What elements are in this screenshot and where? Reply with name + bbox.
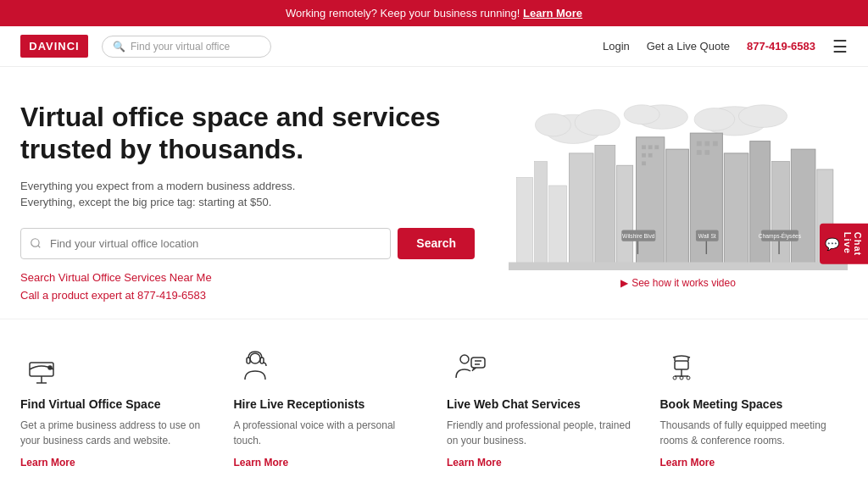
svg-rect-9 bbox=[534, 161, 547, 266]
svg-point-2 bbox=[535, 114, 570, 136]
headset-icon bbox=[234, 345, 276, 387]
svg-point-4 bbox=[738, 105, 787, 128]
svg-rect-22 bbox=[642, 145, 646, 149]
banner-link[interactable]: Learn More bbox=[523, 7, 582, 19]
header-nav: Login Get a Live Quote 877-419-6583 ☰ bbox=[603, 36, 848, 57]
hero-title: Virtual office space and services truste… bbox=[20, 101, 475, 166]
svg-point-5 bbox=[694, 108, 735, 131]
hero-subtitle-line2: Everything, except the big price tag: st… bbox=[20, 196, 271, 208]
svg-text:Wilshire Blvd: Wilshire Blvd bbox=[622, 233, 655, 239]
service-desc-2: Friendly and professional people, traine… bbox=[447, 418, 635, 448]
svg-rect-51 bbox=[471, 358, 485, 368]
chat-icon bbox=[447, 345, 489, 387]
live-chat-label: LiveChat bbox=[843, 232, 863, 256]
svg-text:Champs-Élysées: Champs-Élysées bbox=[759, 232, 802, 240]
svg-rect-13 bbox=[617, 165, 633, 266]
services-section: Find Virtual Office Space Get a prime bu… bbox=[0, 319, 868, 488]
svg-rect-11 bbox=[569, 153, 593, 266]
service-desc-0: Get a prime business address to use on y… bbox=[20, 418, 209, 448]
play-icon: ▶ bbox=[620, 277, 628, 289]
hero-links: Search Virtual Office Services Near Me C… bbox=[20, 271, 475, 302]
svg-point-47 bbox=[250, 353, 260, 363]
svg-rect-31 bbox=[697, 150, 702, 155]
svg-rect-48 bbox=[247, 358, 250, 363]
svg-rect-15 bbox=[666, 149, 689, 266]
video-link-label: See how it works video bbox=[632, 277, 736, 289]
mailbox-icon bbox=[20, 345, 63, 387]
svg-rect-27 bbox=[642, 161, 646, 165]
service-title-3: Book Meeting Spaces bbox=[660, 397, 849, 411]
svg-rect-10 bbox=[549, 186, 567, 266]
search-icon: 🔍 bbox=[113, 41, 125, 53]
svg-point-50 bbox=[460, 355, 469, 363]
service-link-2[interactable]: Learn More bbox=[447, 457, 502, 469]
login-link[interactable]: Login bbox=[603, 40, 630, 53]
header-search-bar[interactable]: 🔍 Find your virtual office bbox=[102, 36, 271, 58]
phone-number[interactable]: 877-419-6583 bbox=[747, 40, 815, 53]
svg-point-1 bbox=[575, 109, 620, 135]
svg-rect-8 bbox=[517, 177, 533, 266]
svg-rect-12 bbox=[595, 145, 615, 266]
call-expert-link[interactable]: Call a product expert at 877-419-6583 bbox=[20, 289, 475, 302]
service-webchat: Live Web Chat Services Friendly and prof… bbox=[447, 345, 635, 469]
svg-rect-20 bbox=[791, 149, 815, 266]
svg-rect-26 bbox=[648, 153, 653, 158]
hero-subtitle-line1: Everything you expect from a modern busi… bbox=[20, 180, 295, 192]
search-nearby-link[interactable]: Search Virtual Office Services Near Me bbox=[20, 271, 475, 284]
svg-rect-28 bbox=[697, 141, 702, 147]
header: DAVINCI 🔍 Find your virtual office Login… bbox=[0, 26, 868, 67]
hero-subtitle: Everything you expect from a modern busi… bbox=[20, 178, 475, 211]
svg-rect-32 bbox=[704, 150, 709, 155]
hero-left: Virtual office space and services truste… bbox=[20, 101, 492, 302]
svg-rect-54 bbox=[675, 361, 688, 369]
svg-rect-25 bbox=[642, 153, 646, 158]
service-link-1[interactable]: Learn More bbox=[234, 457, 289, 469]
city-svg: Wilshire Blvd Wall St Champs-Élysées bbox=[509, 101, 848, 270]
service-desc-3: Thousands of fully equipped meeting room… bbox=[660, 418, 849, 448]
svg-rect-17 bbox=[724, 153, 748, 266]
svg-point-7 bbox=[624, 105, 659, 125]
city-illustration: Wilshire Blvd Wall St Champs-Élysées bbox=[509, 101, 848, 270]
service-virtual-office: Find Virtual Office Space Get a prime bu… bbox=[20, 345, 209, 469]
logo[interactable]: DAVINCI bbox=[20, 35, 88, 58]
hero-search-input[interactable] bbox=[20, 228, 391, 259]
svg-rect-30 bbox=[713, 141, 718, 147]
service-meeting: Book Meeting Spaces Thousands of fully e… bbox=[660, 345, 849, 469]
svg-rect-19 bbox=[771, 161, 789, 266]
svg-rect-24 bbox=[654, 145, 659, 149]
live-chat-button[interactable]: 💬 LiveChat bbox=[820, 224, 868, 264]
svg-text:Wall St: Wall St bbox=[698, 233, 716, 239]
svg-rect-23 bbox=[648, 145, 653, 149]
quote-link[interactable]: Get a Live Quote bbox=[647, 40, 730, 53]
service-title-1: Hire Live Receptionists bbox=[234, 397, 422, 411]
search-button[interactable]: Search bbox=[398, 228, 475, 259]
hero-section: Virtual office space and services truste… bbox=[0, 67, 868, 319]
header-search-placeholder: Find your virtual office bbox=[131, 41, 230, 53]
service-link-0[interactable]: Learn More bbox=[20, 457, 75, 469]
chat-bubble-icon: 💬 bbox=[825, 237, 839, 251]
hamburger-menu-icon[interactable]: ☰ bbox=[832, 36, 848, 57]
hero-right: Wilshire Blvd Wall St Champs-Élysées ▶ S… bbox=[509, 101, 848, 302]
service-link-3[interactable]: Learn More bbox=[660, 457, 715, 469]
hero-search-bar: Search bbox=[20, 228, 475, 259]
svg-rect-33 bbox=[509, 262, 848, 270]
see-video-link[interactable]: ▶ See how it works video bbox=[620, 277, 736, 289]
service-desc-1: A professional voice with a personal tou… bbox=[234, 418, 422, 448]
banner-text: Working remotely? Keep your business run… bbox=[286, 7, 520, 19]
svg-rect-18 bbox=[750, 141, 771, 267]
service-title-0: Find Virtual Office Space bbox=[20, 397, 209, 411]
top-banner: Working remotely? Keep your business run… bbox=[0, 0, 868, 26]
svg-rect-29 bbox=[704, 141, 709, 147]
svg-rect-46 bbox=[48, 366, 52, 369]
service-title-2: Live Web Chat Services bbox=[447, 397, 635, 411]
service-receptionists: Hire Live Receptionists A professional v… bbox=[234, 345, 422, 469]
chair-icon bbox=[660, 345, 703, 387]
